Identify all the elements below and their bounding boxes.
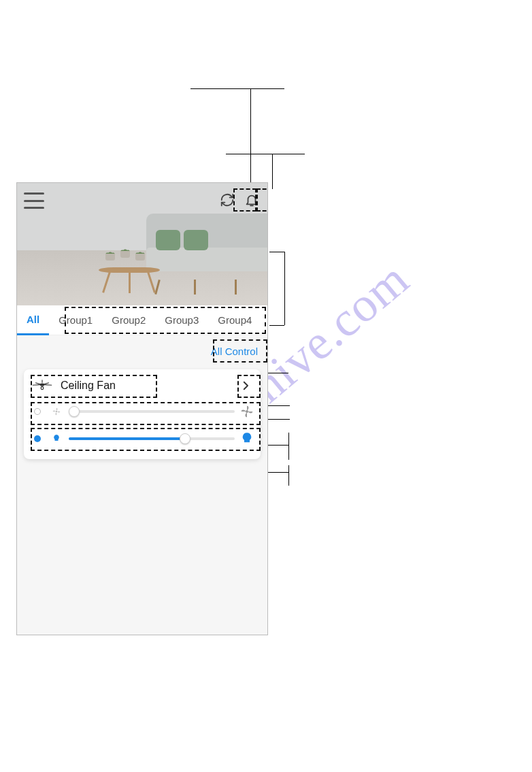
tab-all[interactable]: All <box>17 305 49 335</box>
device-name: Ceiling Fan <box>61 380 116 392</box>
light-brightness-slider[interactable] <box>31 428 254 450</box>
slider-track[interactable] <box>69 410 235 413</box>
tab-group3[interactable]: Group3 <box>155 305 208 335</box>
sofa-decor <box>146 214 267 292</box>
device-card: Ceiling Fan <box>24 369 261 459</box>
tab-label: Group4 <box>218 314 252 326</box>
callout-line <box>268 373 288 373</box>
group-tabs: All Group1 Group2 Group3 Group4 <box>17 305 267 335</box>
tab-group2[interactable]: Group2 <box>102 305 155 335</box>
menu-button[interactable] <box>24 192 44 209</box>
bell-icon <box>244 192 259 207</box>
tab-label: Group1 <box>59 314 93 326</box>
app-screen: All Group1 Group2 Group3 Group4 All Cont… <box>16 182 268 635</box>
tab-group1[interactable]: Group1 <box>49 305 102 335</box>
home-header-image <box>17 183 267 305</box>
slider-track[interactable] <box>69 437 235 440</box>
svg-point-8 <box>246 410 248 413</box>
tab-label: Group3 <box>165 314 199 326</box>
svg-line-5 <box>44 383 49 384</box>
bulb-large-icon <box>240 432 254 446</box>
svg-line-3 <box>45 385 52 386</box>
refresh-button[interactable] <box>217 190 237 210</box>
callout-line <box>226 154 305 154</box>
fan-large-icon <box>240 405 254 418</box>
callout-line <box>269 252 284 252</box>
all-control-link[interactable]: All Control <box>211 346 258 357</box>
device-details-button[interactable] <box>237 377 254 394</box>
callout-line <box>284 252 285 325</box>
tab-label: Group2 <box>112 314 146 326</box>
refresh-icon <box>220 192 235 207</box>
slider-thumb[interactable] <box>69 406 80 417</box>
notifications-button[interactable] <box>242 190 262 210</box>
callout-line <box>190 88 284 89</box>
svg-point-7 <box>56 411 57 412</box>
tab-group4[interactable]: Group4 <box>208 305 261 335</box>
fan-small-icon <box>50 405 63 418</box>
callout-line <box>269 325 284 326</box>
callout-line <box>268 445 288 446</box>
callout-line <box>250 88 251 189</box>
power-dot-icon <box>31 432 44 446</box>
bulb-small-icon <box>50 432 63 446</box>
slider-thumb[interactable] <box>180 433 190 444</box>
ceiling-fan-icon <box>31 379 54 392</box>
fan-speed-slider[interactable] <box>31 401 254 422</box>
svg-point-6 <box>41 386 44 389</box>
svg-point-1 <box>39 383 44 386</box>
callout-line <box>268 472 288 473</box>
plant-decor <box>119 239 131 258</box>
plant-decor <box>134 241 146 261</box>
callout-line <box>288 465 289 486</box>
control-bar: All Control <box>17 335 267 367</box>
tab-label: All <box>27 314 39 325</box>
svg-line-4 <box>35 383 40 384</box>
plant-decor <box>104 241 116 261</box>
svg-line-2 <box>33 385 40 386</box>
power-ring-icon <box>31 405 44 418</box>
callout-line <box>272 154 273 189</box>
chevron-right-icon <box>239 380 252 392</box>
callout-line <box>288 433 289 460</box>
